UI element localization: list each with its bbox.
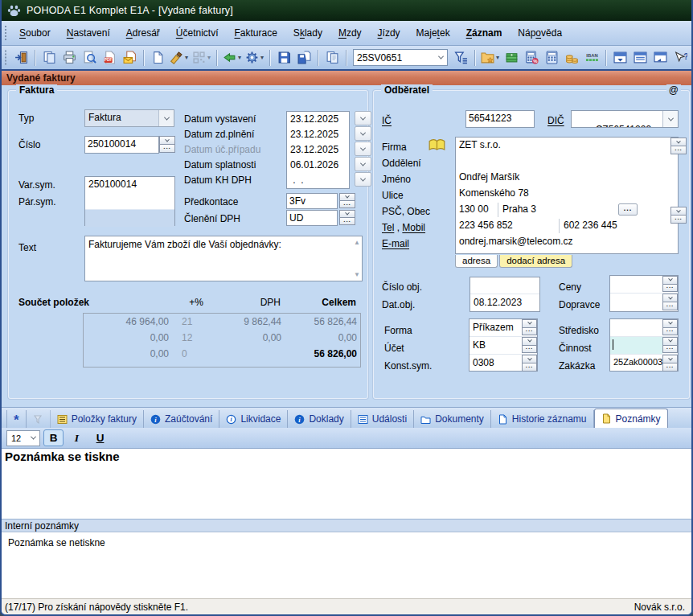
tab-historie-z-znamu[interactable]: Historie záznamu xyxy=(491,410,594,428)
menu-item-8[interactable]: Majetek xyxy=(408,24,458,42)
tab-za-tov-n-[interactable]: iZaúčtování xyxy=(144,410,219,428)
tab-ud-losti[interactable]: Události xyxy=(351,410,414,428)
menu-item-9[interactable]: Záznam xyxy=(458,24,511,42)
internal-notes-editor[interactable]: Poznámka se netiskne xyxy=(2,532,691,598)
exit-door-button[interactable] xyxy=(11,48,31,68)
cislo-input[interactable]: 250100014 xyxy=(84,136,159,154)
konstsym-browse-button[interactable]: ... xyxy=(522,363,537,372)
tab-adresa[interactable]: adresa xyxy=(455,255,498,268)
copy-record-button[interactable] xyxy=(322,48,342,68)
menu-item-10[interactable]: Nápověda xyxy=(510,24,570,42)
predkontace-input[interactable]: 3Fv xyxy=(286,193,338,209)
tab-dokumenty[interactable]: Dokumenty xyxy=(414,410,491,428)
cash-button[interactable] xyxy=(502,48,521,68)
psc-obec-row[interactable]: 130 00 Praha 3 ... xyxy=(456,202,678,218)
ic-input[interactable]: 56541223 xyxy=(465,110,535,128)
record-number-combo[interactable]: 25SV0651 xyxy=(353,49,448,66)
back-arrow-button[interactable]: ▾ xyxy=(221,48,243,68)
tab-dodaci-adresa[interactable]: dodací adresa xyxy=(499,255,572,268)
konstsym-input[interactable]: 0308 xyxy=(470,355,522,372)
cinnost-input[interactable] xyxy=(610,337,662,354)
bold-button[interactable]: B xyxy=(43,429,64,446)
date-dropdown-1[interactable] xyxy=(355,126,371,141)
menu-item-3[interactable]: Účetnictví xyxy=(168,24,227,42)
calculator-button[interactable] xyxy=(542,48,561,68)
psc-value[interactable]: 130 00 xyxy=(459,203,489,215)
mobil-label[interactable]: Mobil xyxy=(402,222,425,233)
underline-button[interactable]: U xyxy=(90,429,110,446)
email-at-icon[interactable]: @ xyxy=(666,84,681,96)
italic-button[interactable]: I xyxy=(67,429,87,446)
menu-item-6[interactable]: Mzdy xyxy=(330,24,370,42)
zakazka-input[interactable]: 25Zak00003 xyxy=(610,355,662,372)
date-value-4[interactable]: . . xyxy=(287,173,349,188)
dat-obj-input[interactable]: 08.12.2023 xyxy=(470,294,539,311)
stredisko-input[interactable] xyxy=(610,319,662,336)
menu-grip[interactable] xyxy=(4,24,7,42)
menu-item-0[interactable]: Soubor xyxy=(11,24,59,42)
menu-item-2[interactable]: Adresář xyxy=(118,24,168,42)
city-browse-button[interactable]: ... xyxy=(670,215,687,224)
tel-value[interactable]: 223 456 852 xyxy=(459,220,513,231)
stredisko-browse-button[interactable]: ... xyxy=(662,327,678,336)
cislo-browse-button[interactable]: ... xyxy=(159,144,175,153)
forma-input[interactable]: Příkazem xyxy=(470,319,522,336)
send-mail-button[interactable] xyxy=(120,48,139,68)
tab-doklady[interactable]: iDoklady xyxy=(288,410,351,428)
new-document-button[interactable] xyxy=(148,48,167,68)
menu-item-5[interactable]: Sklady xyxy=(285,24,330,42)
save-button[interactable] xyxy=(274,48,293,68)
tab-likvidace[interactable]: iLikvidace xyxy=(219,410,288,428)
filter-button[interactable] xyxy=(451,48,470,68)
copy-pages-button[interactable] xyxy=(39,48,59,68)
chevron-down-icon[interactable] xyxy=(27,436,39,440)
chevron-down-icon[interactable] xyxy=(662,111,678,127)
ic-label[interactable]: IČ xyxy=(382,115,392,126)
predkontace-browse-button[interactable]: ... xyxy=(339,200,355,208)
tab-pozn-mky[interactable]: Poznámky xyxy=(594,409,668,428)
tab-button-0[interactable]: * xyxy=(6,410,27,428)
tab-polo-ky-faktury[interactable]: Položky faktury xyxy=(51,410,144,428)
chevron-down-icon[interactable]: ▾ xyxy=(260,54,264,61)
address-box[interactable]: ZET s.r.o. Ondřej Maršík Komenského 78 1… xyxy=(455,137,679,254)
dic-combo[interactable]: CZ56541223 xyxy=(571,110,679,128)
dopravce-browse-button[interactable]: ... xyxy=(662,302,678,310)
date-dropdown-3[interactable] xyxy=(355,157,371,171)
dopravce-input[interactable] xyxy=(610,294,662,311)
chevron-down-icon[interactable]: ▾ xyxy=(185,54,188,61)
ceny-browse-button[interactable]: ... xyxy=(662,284,678,293)
varsym-input[interactable]: 250100014 xyxy=(85,177,174,193)
address-book-button[interactable]: ... xyxy=(670,146,687,154)
calc-percent-button[interactable]: % xyxy=(522,48,541,68)
jmeno-value[interactable]: Ondřej Maršík xyxy=(456,170,678,186)
menu-item-1[interactable]: Nastavení xyxy=(59,24,118,42)
save-copy-button[interactable] xyxy=(294,48,314,68)
chevron-down-icon[interactable]: ▾ xyxy=(496,54,499,61)
gear-button[interactable]: ▾ xyxy=(244,48,265,68)
folder-star-button[interactable]: ▾ xyxy=(479,48,501,68)
cleneni-dph-input[interactable]: UD xyxy=(286,210,338,226)
context-help-button[interactable]: ? xyxy=(670,48,690,68)
cislo-obj-input[interactable] xyxy=(470,277,539,294)
date-value-3[interactable]: 06.01.2026 xyxy=(287,158,349,173)
ucet-input[interactable]: KB xyxy=(470,337,522,354)
iban-button[interactable]: IBAN xyxy=(582,48,601,68)
email-label[interactable]: E-mail xyxy=(382,238,409,249)
chevron-down-icon[interactable]: ▾ xyxy=(207,54,211,61)
menu-item-7[interactable]: Jízdy xyxy=(370,24,408,42)
toolbar-grip[interactable] xyxy=(4,49,7,66)
dic-label[interactable]: DIČ xyxy=(547,115,564,126)
date-value-2[interactable]: 23.12.2025 xyxy=(287,142,349,158)
scroll-down-icon[interactable]: ▼ xyxy=(354,271,360,278)
forma-browse-button[interactable]: ... xyxy=(522,327,537,336)
obec-value[interactable]: Praha 3 xyxy=(502,203,536,215)
coins-button[interactable] xyxy=(562,48,581,68)
mobil-value[interactable]: 602 236 445 xyxy=(564,220,617,231)
scroll-up-icon[interactable]: ▲ xyxy=(354,239,360,246)
address-book-icon[interactable] xyxy=(429,138,445,151)
zakazka-browse-button[interactable]: ... xyxy=(662,363,678,372)
date-dropdown-0[interactable] xyxy=(355,111,371,125)
menu-item-4[interactable]: Fakturace xyxy=(226,24,285,42)
print-preview-button[interactable] xyxy=(80,48,99,68)
firma-value[interactable]: ZET s.r.o. xyxy=(456,138,678,154)
